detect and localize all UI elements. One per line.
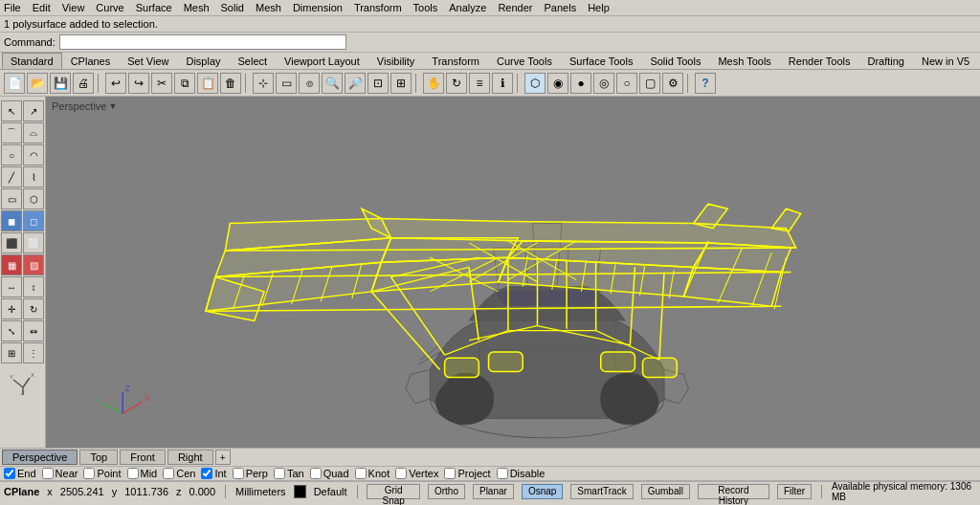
vptab-add[interactable]: + xyxy=(215,450,231,465)
lt-solid[interactable]: ⬜ xyxy=(23,232,44,253)
tb-zoomextents[interactable]: ⊞ xyxy=(390,73,412,94)
tb-zoomout[interactable]: 🔎 xyxy=(345,73,366,94)
tb-copy[interactable]: ⧉ xyxy=(174,73,195,94)
osnap-cb-knot[interactable] xyxy=(355,468,367,479)
vptab-perspective[interactable]: Perspective xyxy=(2,450,78,465)
osnap-cb-point[interactable] xyxy=(83,468,95,479)
lt-grid-snap[interactable]: ⊞ xyxy=(1,342,22,363)
tb-layer[interactable]: ≡ xyxy=(469,73,490,94)
tb-help[interactable]: ? xyxy=(695,73,716,94)
menu-analyze[interactable]: Analyze xyxy=(449,2,486,13)
menu-view[interactable]: View xyxy=(62,2,85,13)
lt-poly[interactable]: ⬡ xyxy=(23,188,44,209)
tb-ghosted[interactable]: ◎ xyxy=(593,73,614,94)
lt-dim1[interactable]: ↔ xyxy=(1,276,22,297)
tb-bbox[interactable]: ▢ xyxy=(639,73,660,94)
osnap-cb-int[interactable] xyxy=(201,468,212,479)
menu-edit[interactable]: Edit xyxy=(33,2,51,13)
tb-rotate[interactable]: ↻ xyxy=(446,73,467,94)
tb-props[interactable]: ℹ xyxy=(492,73,513,94)
tb-zoomwindow[interactable]: ⊡ xyxy=(368,73,389,94)
tb-pan[interactable]: ✋ xyxy=(423,73,444,94)
osnap-cb-quad[interactable] xyxy=(310,468,322,479)
btn-recordhistory[interactable]: Record History xyxy=(698,484,769,499)
btn-smarttrack[interactable]: SmartTrack xyxy=(570,484,633,499)
tab-setview[interactable]: Set View xyxy=(119,53,177,69)
vptab-front[interactable]: Front xyxy=(120,450,166,465)
tb-window[interactable]: ▭ xyxy=(276,73,297,94)
tab-newinv5[interactable]: New in V5 xyxy=(913,53,978,69)
tab-visibility[interactable]: Visibility xyxy=(368,53,424,69)
tb-undo[interactable]: ↩ xyxy=(105,73,126,94)
tab-drafting[interactable]: Drafting xyxy=(858,53,913,69)
lt-arc[interactable]: ◠ xyxy=(23,144,44,165)
tb-zoomin[interactable]: 🔍 xyxy=(322,73,343,94)
menu-render[interactable]: Render xyxy=(498,2,532,13)
btn-osnap[interactable]: Osnap xyxy=(522,484,563,499)
osnap-cb-project[interactable] xyxy=(444,468,456,479)
osnap-cb-perp[interactable] xyxy=(233,468,244,479)
tb-xray[interactable]: ○ xyxy=(616,73,637,94)
menu-mesh[interactable]: Mesh xyxy=(184,2,210,13)
lt-select-sub[interactable]: ↗ xyxy=(23,100,44,121)
tb-print[interactable]: 🖨 xyxy=(73,73,94,94)
lt-dim2[interactable]: ↕ xyxy=(23,276,44,297)
tab-meshtools[interactable]: Mesh Tools xyxy=(709,53,779,69)
lt-grid-opts[interactable]: ⋮ xyxy=(23,342,44,363)
tab-rendertools[interactable]: Render Tools xyxy=(780,53,859,69)
vptab-top[interactable]: Top xyxy=(79,450,118,465)
menu-mesh2[interactable]: Mesh xyxy=(256,2,281,13)
tb-new[interactable]: 📄 xyxy=(4,73,25,94)
osnap-cb-near[interactable] xyxy=(42,468,54,479)
lt-scale[interactable]: ⤡ xyxy=(1,320,22,341)
lt-circle[interactable]: ○ xyxy=(1,144,22,165)
btn-gridsnap[interactable]: Grid Snap xyxy=(367,484,420,499)
tb-wireframe[interactable]: ⬡ xyxy=(524,73,546,94)
menu-curve[interactable]: Curve xyxy=(96,2,123,13)
tb-select[interactable]: ⊹ xyxy=(253,73,274,94)
menu-help[interactable]: Help xyxy=(588,2,610,13)
tab-select[interactable]: Select xyxy=(230,53,277,69)
tab-standard[interactable]: Standard xyxy=(2,53,62,69)
lt-move[interactable]: ✛ xyxy=(1,298,22,319)
tb-redo[interactable]: ↪ xyxy=(128,73,149,94)
tb-rendered[interactable]: ● xyxy=(570,73,591,94)
tb-analyze[interactable]: ⚙ xyxy=(662,73,683,94)
lt-polyline[interactable]: ⌇ xyxy=(23,166,44,187)
tab-viewportlayout[interactable]: Viewport Layout xyxy=(276,53,368,69)
vptab-right[interactable]: Right xyxy=(167,450,213,465)
tab-transform[interactable]: Transform xyxy=(423,53,488,69)
btn-planar[interactable]: Planar xyxy=(473,484,514,499)
tb-open[interactable]: 📂 xyxy=(27,73,48,94)
menu-transform[interactable]: Transform xyxy=(354,2,402,13)
tb-lasso[interactable]: ⌾ xyxy=(299,73,320,94)
lt-mesh1[interactable]: ▦ xyxy=(1,254,22,275)
menu-surface[interactable]: Surface xyxy=(136,2,172,13)
tb-cut[interactable]: ✂ xyxy=(151,73,172,94)
osnap-cb-mid[interactable] xyxy=(127,468,139,479)
lt-mirror[interactable]: ⇔ xyxy=(23,320,44,341)
menu-panels[interactable]: Panels xyxy=(545,2,577,13)
osnap-cb-tan[interactable] xyxy=(274,468,285,479)
lt-mesh2[interactable]: ▧ xyxy=(23,254,44,275)
tab-cplanes[interactable]: CPlanes xyxy=(62,53,120,69)
tab-curvetools[interactable]: Curve Tools xyxy=(488,53,561,69)
lt-curve1[interactable]: ⌒ xyxy=(1,122,22,143)
tb-delete[interactable]: 🗑 xyxy=(220,73,241,94)
command-input[interactable] xyxy=(59,34,346,50)
lt-select-arrow[interactable]: ↖ xyxy=(1,100,22,121)
btn-filter[interactable]: Filter xyxy=(777,484,812,499)
tab-surfacetools[interactable]: Surface Tools xyxy=(561,53,641,69)
lt-line[interactable]: ╱ xyxy=(1,166,22,187)
menu-file[interactable]: File xyxy=(4,2,21,13)
lt-curve2[interactable]: ⌓ xyxy=(23,122,44,143)
lt-surface1[interactable]: ◼ xyxy=(1,210,22,231)
btn-gumball[interactable]: Gumball xyxy=(641,484,690,499)
tb-save[interactable]: 💾 xyxy=(50,73,71,94)
menu-solid[interactable]: Solid xyxy=(221,2,244,13)
lt-extrude[interactable]: ⬛ xyxy=(1,232,22,253)
lt-surface2[interactable]: ◻ xyxy=(23,210,44,231)
viewport[interactable]: X Y Z Perspective ▼ xyxy=(46,97,980,448)
tb-shaded[interactable]: ◉ xyxy=(547,73,568,94)
tb-paste[interactable]: 📋 xyxy=(197,73,218,94)
